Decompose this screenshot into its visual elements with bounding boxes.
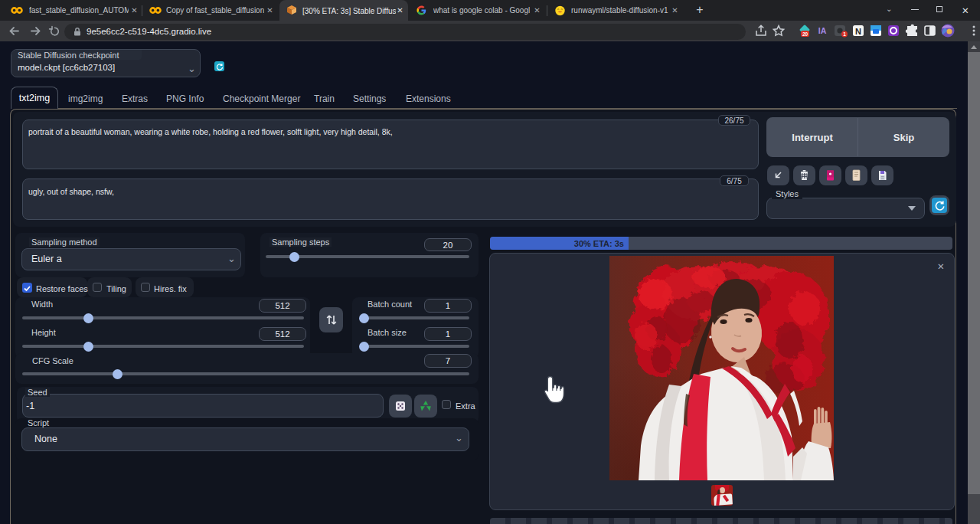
svg-text:20: 20 [802, 31, 808, 37]
svg-text:N: N [855, 27, 861, 36]
svg-text:1: 1 [843, 31, 846, 37]
svg-text:IA: IA [818, 26, 827, 35]
